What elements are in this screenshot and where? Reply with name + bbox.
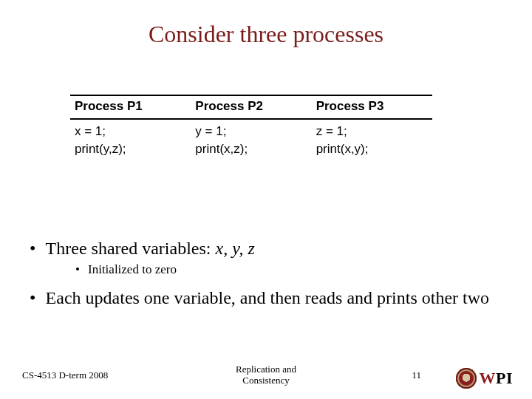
footer-topic-line1: Replication and [236,364,296,375]
cell-p2-r2: print(x,z); [191,140,311,158]
table-header-row: Process P1 Process P2 Process P3 [70,95,432,119]
bullet-1-sub-text: Initialized to zero [88,262,177,276]
bullet-dot-icon [30,287,46,309]
process-table: Process P1 Process P2 Process P3 x = 1; … [70,95,432,158]
footer-topic: Replication and Consistency [0,364,532,386]
cell-p3-r1: z = 1; [312,119,432,140]
bullet-1-sub: Initialized to zero [75,262,502,277]
footer-topic-line2: Consistency [242,375,290,386]
bullet-dot-icon [75,262,88,277]
col-header-p1: Process P1 [70,95,191,119]
page-number: 11 [412,369,421,381]
bullet-1: Three shared variables: x, y, z [30,238,502,259]
cell-p1-r1: x = 1; [70,119,191,140]
slide: Consider three processes Process P1 Proc… [0,0,532,399]
col-header-p3: Process P3 [312,95,432,119]
bullet-2-text: Each updates one variable, and then read… [46,288,489,307]
cell-p2-r1: y = 1; [191,119,311,140]
bullet-2: Each updates one variable, and then read… [30,287,502,309]
bullet-list: Three shared variables: x, y, z Initiali… [30,238,502,312]
slide-title: Consider three processes [0,21,532,48]
wpi-seal-icon [456,368,477,389]
table-row: print(y,z); print(x,z); print(x,y); [70,140,432,158]
wpi-text: WPI [480,369,514,388]
cell-p3-r2: print(x,y); [312,140,432,158]
bullet-dot-icon [30,238,46,259]
col-header-p2: Process P2 [191,95,311,119]
cell-p1-r2: print(y,z); [70,140,191,158]
process-table-container: Process P1 Process P2 Process P3 x = 1; … [70,95,432,158]
table-row: x = 1; y = 1; z = 1; [70,119,432,140]
wpi-logo: WPI [456,368,514,389]
bullet-1-text: Three shared variables: [46,239,216,258]
bullet-1-vars: x, y, z [215,239,254,258]
